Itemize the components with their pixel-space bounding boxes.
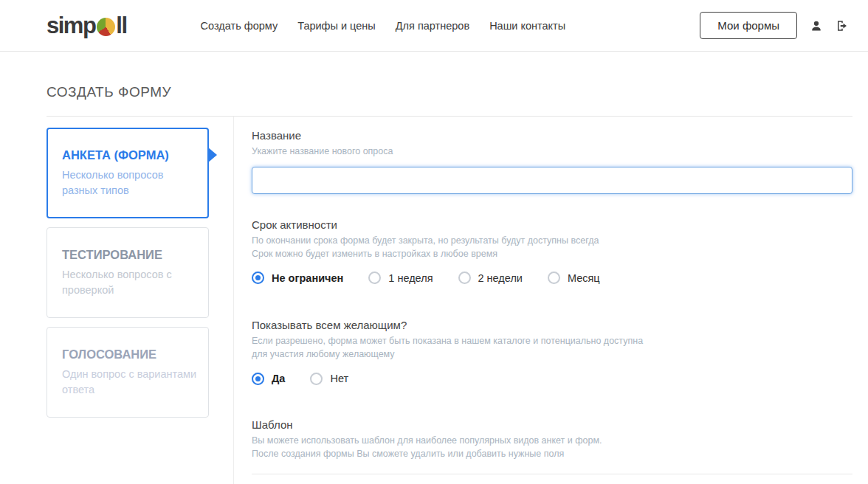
sidebar-item-anketa[interactable]: АНКЕТА (ФОРМА) Несколько вопросов разных…	[46, 128, 209, 218]
logo-text-post: ll	[116, 14, 126, 37]
logout-icon[interactable]	[836, 19, 849, 32]
template-hint-1: Вы можете использовать шаблон для наибол…	[252, 435, 852, 448]
radio-blank-sheet[interactable]: Чистый лист	[252, 474, 852, 484]
radio-on-icon	[252, 272, 264, 284]
card-subtitle: Несколько вопросов с проверкой	[62, 267, 198, 297]
nav-partners[interactable]: Для партнеров	[396, 20, 469, 32]
duration-label: Срок активности	[252, 218, 852, 231]
logo-text-pre: simp	[46, 14, 95, 37]
name-hint: Укажите название нового опроса	[252, 145, 852, 159]
section-public: Показывать всем желающим? Если разрешено…	[252, 319, 852, 385]
section-name: Название Укажите название нового опроса	[252, 129, 852, 194]
section-duration: Срок активности По окончании срока форма…	[252, 218, 852, 285]
content-row: АНКЕТА (ФОРМА) Несколько вопросов разных…	[46, 117, 852, 484]
nav-pricing[interactable]: Тарифы и цены	[297, 20, 376, 32]
duration-options: Не ограничен 1 неделя 2 недели Месяц	[252, 272, 852, 284]
survey-type-sidebar: АНКЕТА (ФОРМА) Несколько вопросов разных…	[46, 117, 209, 484]
public-options: Да Нет	[252, 373, 852, 385]
radio-1-week[interactable]: 1 неделя	[368, 272, 433, 284]
public-label: Показывать всем желающим?	[252, 319, 852, 331]
radio-off-icon	[368, 272, 381, 284]
card-title: АНКЕТА (ФОРМА)	[62, 148, 198, 162]
sidebar-item-testing[interactable]: ТЕСТИРОВАНИЕ Несколько вопросов с провер…	[46, 227, 209, 318]
radio-off-icon	[548, 272, 560, 284]
radio-no[interactable]: Нет	[310, 373, 348, 385]
radio-yes[interactable]: Да	[252, 373, 285, 385]
template-label: Шаблон	[252, 418, 852, 431]
radio-off-icon	[310, 373, 323, 385]
create-form-panel: Название Укажите название нового опроса …	[233, 117, 852, 484]
nav-contacts[interactable]: Наши контакты	[489, 20, 565, 32]
radio-month[interactable]: Месяц	[548, 272, 600, 284]
header: simpll Создать форму Тарифы и цены Для п…	[0, 0, 868, 52]
template-hint-2: После создания формы Вы сможете удалить …	[252, 448, 852, 461]
card-subtitle: Один вопрос с вариантами ответа	[62, 367, 198, 397]
nav-create-form[interactable]: Создать форму	[201, 20, 278, 32]
name-label: Название	[252, 129, 852, 142]
card-subtitle: Несколько вопросов разных типов	[62, 167, 198, 198]
page-container: СОЗДАТЬ ФОРМУ АНКЕТА (ФОРМА) Несколько в…	[0, 84, 868, 484]
radio-on-icon	[252, 373, 264, 385]
page-title: СОЗДАТЬ ФОРМУ	[46, 84, 852, 100]
logo[interactable]: simpll	[46, 14, 127, 37]
header-right: Мои формы	[700, 12, 849, 39]
logo-pie-icon	[97, 18, 115, 36]
section-template: Шаблон Вы можете использовать шаблон для…	[252, 418, 852, 484]
radio-2-weeks[interactable]: 2 недели	[458, 272, 523, 284]
public-hint-2: для участия любому желающему	[252, 348, 852, 362]
user-icon[interactable]	[810, 19, 823, 32]
survey-name-input[interactable]	[252, 167, 852, 194]
sidebar-item-voting[interactable]: ГОЛОСОВАНИЕ Один вопрос с вариантами отв…	[46, 327, 209, 418]
duration-hint-1: По окончании срока форма будет закрыта, …	[252, 235, 852, 248]
public-hint-1: Если разрешено, форма может быть показан…	[252, 335, 852, 348]
radio-unlimited[interactable]: Не ограничен	[252, 272, 343, 284]
duration-hint-2: Срок можно будет изменить в настройках в…	[252, 248, 852, 261]
card-title: ГОЛОСОВАНИЕ	[62, 348, 198, 362]
my-forms-button[interactable]: Мои формы	[700, 12, 797, 39]
active-card-arrow-icon	[207, 147, 217, 163]
card-title: ТЕСТИРОВАНИЕ	[62, 248, 198, 262]
radio-off-icon	[458, 272, 471, 284]
main-nav: Создать форму Тарифы и цены Для партнеро…	[201, 20, 566, 32]
